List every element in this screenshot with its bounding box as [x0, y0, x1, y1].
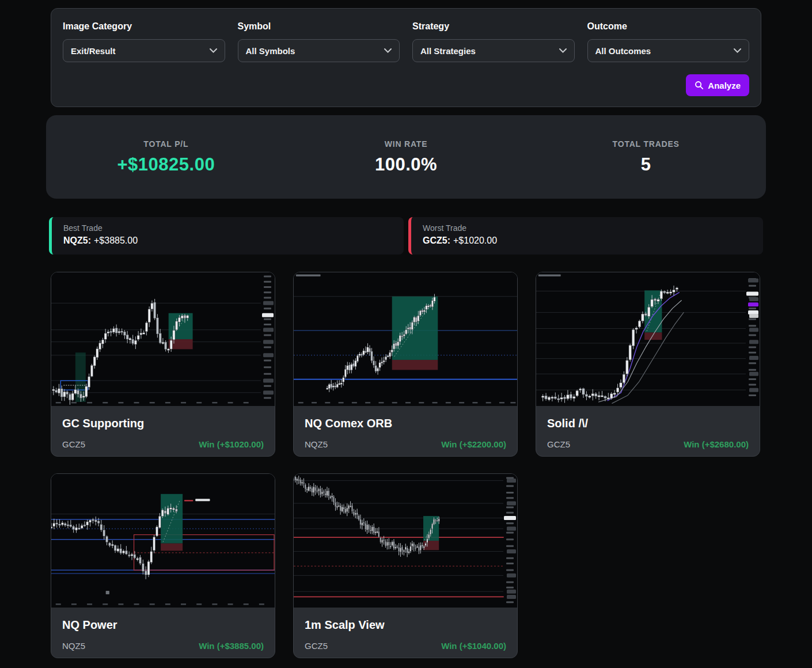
chevron-down-icon	[210, 48, 217, 53]
chart-thumbnail	[51, 474, 275, 608]
chart-thumbnail	[51, 272, 275, 406]
card-symbol: GCZ5	[305, 641, 328, 651]
candlestick-chart	[294, 272, 517, 406]
selected-value: Exit/Result	[71, 46, 116, 56]
worst-trade-label: Worst Trade	[423, 223, 752, 233]
stat-total-trades: TOTAL TRADES 5	[526, 139, 766, 175]
selected-value: All Strategies	[420, 46, 476, 56]
card-title: 1m Scalp View	[305, 618, 506, 632]
strategy-select[interactable]: All Strategies	[412, 39, 575, 62]
analyze-button[interactable]: Analyze	[686, 74, 749, 96]
card-footer: GC Supporting GCZ5 Win (+$1020.00)	[51, 406, 275, 449]
card-symbol: NQZ5	[305, 439, 328, 449]
card-result: Win (+$2680.00)	[684, 439, 749, 449]
trade-analysis-page: Image Category Exit/Result Symbol All Sy…	[0, 0, 812, 668]
card-symbol: GCZ5	[62, 439, 85, 449]
worst-trade-amount: +$1020.00	[453, 236, 497, 245]
worst-trade-symbol: GCZ5:	[423, 236, 450, 245]
card-footer: NQ Power NQZ5 Win (+$3885.00)	[51, 608, 275, 651]
selected-value: All Symbols	[246, 46, 295, 56]
card-result: Win (+$2200.00)	[441, 439, 506, 449]
filter-label: Outcome	[587, 21, 750, 32]
candlestick-chart	[536, 272, 760, 406]
stat-label: TOTAL TRADES	[526, 139, 766, 149]
card-footer: 1m Scalp View GCZ5 Win (+$1040.00)	[294, 608, 517, 651]
trade-card-nq-comex-orb[interactable]: NQ Comex ORB NQZ5 Win (+$2200.00)	[293, 272, 518, 457]
total-trades-value: 5	[526, 154, 766, 175]
symbol-select[interactable]: All Symbols	[238, 39, 400, 62]
trade-card-gc-supporting[interactable]: GC Supporting GCZ5 Win (+$1020.00)	[51, 272, 275, 457]
filter-panel: Image Category Exit/Result Symbol All Sy…	[51, 8, 761, 107]
trade-card-nq-power[interactable]: NQ Power NQZ5 Win (+$3885.00)	[51, 473, 275, 658]
card-title: GC Supporting	[62, 417, 264, 430]
card-title: NQ Power	[62, 618, 264, 632]
chart-thumbnail	[294, 272, 517, 406]
best-trade-card: Best Trade NQZ5:+$3885.00	[49, 217, 404, 255]
best-trade-amount: +$3885.00	[94, 236, 138, 245]
filter-label: Image Category	[63, 21, 225, 32]
best-trade-label: Best Trade	[63, 223, 392, 233]
filter-image-category: Image Category Exit/Result	[63, 21, 225, 62]
worst-trade-card: Worst Trade GCZ5:+$1020.00	[408, 217, 763, 255]
filter-strategy: Strategy All Strategies	[412, 21, 575, 62]
best-trade-value: NQZ5:+$3885.00	[63, 236, 392, 246]
outcome-select[interactable]: All Outcomes	[587, 39, 750, 62]
chevron-down-icon	[559, 48, 567, 53]
candlestick-chart	[51, 272, 275, 406]
win-rate-value: 100.0%	[286, 154, 526, 175]
worst-trade-value: GCZ5:+$1020.00	[423, 236, 752, 246]
best-trade-symbol: NQZ5:	[63, 236, 91, 245]
card-result: Win (+$1040.00)	[441, 641, 506, 651]
search-icon	[695, 81, 704, 90]
chart-thumbnail	[536, 272, 760, 406]
card-result: Win (+$3885.00)	[199, 641, 264, 651]
card-title: Solid /\/	[547, 417, 749, 430]
card-title: NQ Comex ORB	[305, 417, 506, 430]
image-category-select[interactable]: Exit/Result	[63, 39, 225, 62]
analyze-label: Analyze	[708, 81, 741, 90]
chevron-down-icon	[734, 48, 741, 53]
trade-card-solid[interactable]: Solid /\/ GCZ5 Win (+$2680.00)	[536, 272, 760, 457]
card-footer: Solid /\/ GCZ5 Win (+$2680.00)	[536, 406, 760, 449]
total-pl-value: +$10825.00	[46, 154, 286, 175]
stat-win-rate: WIN RATE 100.0%	[286, 139, 526, 175]
stats-bar: TOTAL P/L +$10825.00 WIN RATE 100.0% TOT…	[46, 115, 766, 199]
card-symbol: GCZ5	[547, 439, 570, 449]
filter-symbol: Symbol All Symbols	[238, 21, 400, 62]
chevron-down-icon	[384, 48, 392, 53]
selected-value: All Outcomes	[595, 46, 651, 56]
card-symbol: NQZ5	[62, 641, 85, 651]
candlestick-chart	[51, 474, 275, 608]
filter-label: Strategy	[412, 21, 575, 32]
trade-card-1m-scalp-view[interactable]: 1m Scalp View GCZ5 Win (+$1040.00)	[293, 473, 518, 658]
card-result: Win (+$1020.00)	[199, 439, 264, 449]
stat-label: TOTAL P/L	[46, 139, 286, 149]
chart-thumbnail	[294, 474, 517, 608]
card-footer: NQ Comex ORB NQZ5 Win (+$2200.00)	[294, 406, 517, 449]
stat-total-pl: TOTAL P/L +$10825.00	[46, 139, 286, 175]
filter-outcome: Outcome All Outcomes	[587, 21, 750, 62]
stat-label: WIN RATE	[286, 139, 526, 149]
filter-label: Symbol	[238, 21, 400, 32]
candlestick-chart	[294, 474, 517, 608]
